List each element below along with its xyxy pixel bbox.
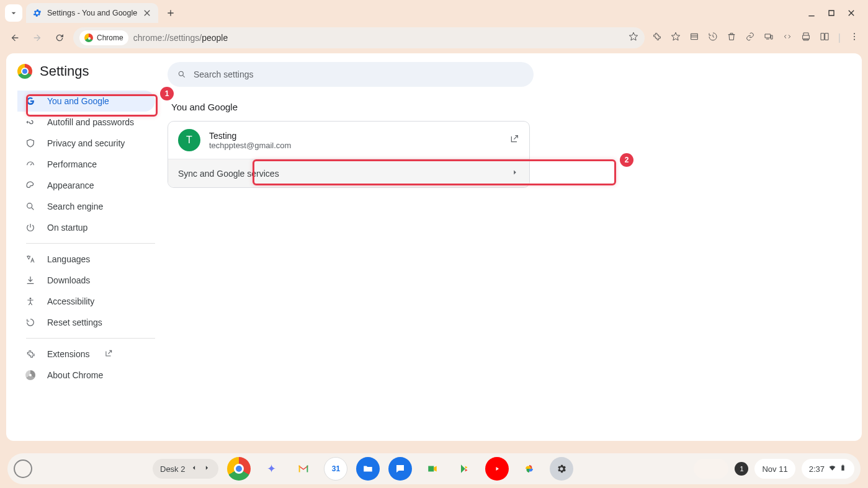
- sidebar-item-you-and-google[interactable]: You and Google: [17, 91, 155, 112]
- status-tray[interactable]: 2:37: [802, 459, 854, 479]
- sidebar-item-languages[interactable]: Languages: [17, 249, 155, 270]
- launcher-button[interactable]: [14, 459, 32, 478]
- sidebar-item-label: On startup: [47, 223, 87, 233]
- code-icon: [782, 32, 792, 42]
- bookmarks-button[interactable]: [671, 32, 681, 44]
- meet-icon: [427, 463, 438, 474]
- close-tab-button[interactable]: [142, 8, 152, 18]
- print-button[interactable]: [801, 32, 811, 44]
- account-row[interactable]: T Testing techpptest@gmail.com: [168, 122, 529, 159]
- avatar: T: [178, 129, 200, 151]
- shelf-app-calendar[interactable]: 31: [324, 457, 347, 481]
- desk-label: Desk 2: [160, 464, 185, 474]
- close-icon: [846, 8, 856, 18]
- site-chip-label: Chrome: [97, 33, 123, 42]
- shelf-app-messages[interactable]: [388, 457, 412, 481]
- key-icon: [25, 117, 36, 128]
- settings-search-input[interactable]: Search settings: [168, 62, 534, 87]
- maximize-icon: [826, 8, 836, 18]
- sidebar-divider: [26, 243, 155, 244]
- next-desk-button[interactable]: [203, 464, 211, 474]
- page-content: Settings You and Google Autofill and pas…: [6, 53, 862, 441]
- sidebar-item-label: About Chrome: [47, 370, 103, 380]
- sidebar-item-reset[interactable]: Reset settings: [17, 312, 155, 333]
- svg-point-2: [854, 39, 855, 40]
- folder-icon: [362, 463, 374, 474]
- shield-icon: [25, 138, 36, 149]
- devtools-button[interactable]: [782, 32, 792, 44]
- link-icon: [745, 32, 755, 42]
- prev-desk-button[interactable]: [190, 464, 198, 474]
- reload-button[interactable]: [51, 29, 68, 47]
- sidebar-item-accessibility[interactable]: Accessibility: [17, 291, 155, 312]
- chevron-right-icon: [203, 464, 211, 472]
- sidebar-item-autofill[interactable]: Autofill and passwords: [17, 112, 155, 133]
- shelf-app-youtube[interactable]: [485, 457, 509, 481]
- reader-button[interactable]: [820, 32, 830, 44]
- settings-main: Search settings You and Google T Testing…: [168, 53, 862, 441]
- speed-icon: [25, 159, 36, 170]
- sidebar-item-appearance[interactable]: Appearance: [17, 175, 155, 196]
- sync-services-row[interactable]: Sync and Google services: [168, 159, 529, 187]
- shelf-app-chrome[interactable]: [227, 457, 251, 481]
- browser-tab[interactable]: Settings - You and Google: [26, 3, 158, 23]
- sidebar-item-label: Downloads: [47, 275, 90, 285]
- sidebar-item-about[interactable]: About Chrome: [17, 365, 155, 386]
- svg-point-3: [27, 203, 32, 208]
- sidebar-item-privacy[interactable]: Privacy and security: [17, 133, 155, 154]
- forward-button[interactable]: [29, 29, 46, 47]
- shelf-app-meet[interactable]: [421, 457, 444, 481]
- tab-search-button[interactable]: [5, 4, 22, 22]
- play-icon: [459, 463, 470, 474]
- shelf-date[interactable]: Nov 11: [754, 459, 795, 479]
- shelf-app-gmail[interactable]: [292, 457, 315, 481]
- download-icon: [25, 275, 36, 286]
- new-tab-button[interactable]: [162, 4, 179, 22]
- sidebar-item-label: Privacy and security: [47, 138, 125, 148]
- settings-title: Settings: [40, 63, 89, 79]
- delete-button[interactable]: [727, 32, 736, 44]
- chrome-menu-button[interactable]: [849, 32, 859, 44]
- shelf-app-files[interactable]: [356, 457, 380, 481]
- desk-switcher[interactable]: Desk 2: [153, 459, 218, 479]
- maximize-button[interactable]: [826, 7, 837, 19]
- open-account-button[interactable]: [509, 134, 519, 146]
- shelf-app-gemini[interactable]: ✦: [259, 457, 283, 481]
- back-button[interactable]: [6, 29, 24, 47]
- history-button[interactable]: [708, 32, 718, 44]
- arrow-right-icon: [32, 33, 42, 43]
- bookmark-button[interactable]: [629, 32, 638, 44]
- sidebar-item-on-startup[interactable]: On startup: [17, 217, 155, 238]
- extensions-button[interactable]: [652, 32, 662, 44]
- minimize-button[interactable]: [806, 7, 817, 19]
- sidebar-item-extensions[interactable]: Extensions: [17, 344, 155, 365]
- sidebar-item-search-engine[interactable]: Search engine: [17, 196, 155, 217]
- close-window-button[interactable]: [846, 7, 857, 19]
- sidebar-item-downloads[interactable]: Downloads: [17, 270, 155, 291]
- link-button[interactable]: [745, 32, 755, 44]
- youtube-icon: [491, 463, 503, 474]
- history-icon: [708, 32, 718, 42]
- svg-point-1: [854, 36, 855, 37]
- site-chip[interactable]: Chrome: [79, 30, 128, 45]
- open-external-icon: [509, 134, 519, 144]
- chrome-icon: [84, 33, 93, 42]
- sidebar-item-performance[interactable]: Performance: [17, 154, 155, 175]
- reading-list-button[interactable]: [689, 32, 699, 44]
- svg-rect-7: [841, 466, 844, 471]
- chevron-down-icon: [9, 8, 19, 18]
- notification-count[interactable]: 1: [735, 462, 748, 476]
- device-button[interactable]: [764, 32, 774, 44]
- svg-rect-8: [842, 465, 843, 466]
- shelf-app-photos[interactable]: [517, 457, 541, 481]
- sidebar-divider: [26, 338, 155, 339]
- shelf-app-settings[interactable]: [550, 457, 573, 481]
- trash-icon: [727, 32, 736, 42]
- shelf-app-play-store[interactable]: [453, 457, 477, 481]
- chromeos-shelf: Desk 2 ✦ 31 1 Nov 11 2:37: [7, 453, 861, 484]
- shelf-holding-space[interactable]: [694, 459, 728, 479]
- address-bar[interactable]: Chrome chrome://settings/people: [73, 27, 645, 48]
- gmail-icon: [297, 462, 310, 476]
- account-email: techpptest@gmail.com: [209, 141, 291, 150]
- accessibility-icon: [25, 296, 36, 307]
